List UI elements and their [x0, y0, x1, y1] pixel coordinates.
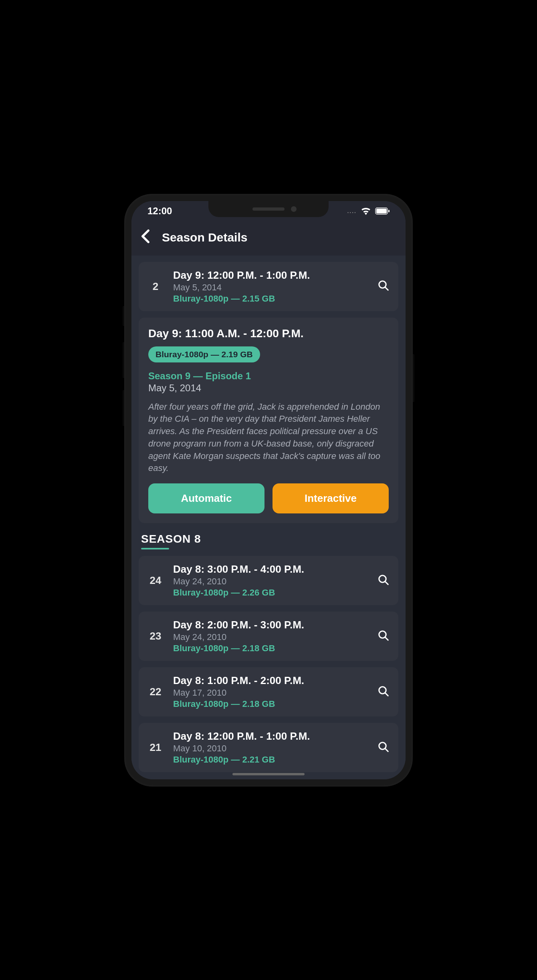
signal-dots-icon: ....: [347, 208, 357, 214]
automatic-button[interactable]: Automatic: [148, 483, 264, 513]
svg-line-8: [385, 637, 388, 640]
season-underline: [141, 548, 169, 549]
episode-quality: Bluray-1080p — 2.26 GB: [173, 588, 368, 598]
episode-row[interactable]: 22 Day 8: 1:00 P.M. - 2:00 P.M. May 17, …: [139, 667, 398, 716]
app-header: Season Details: [131, 221, 406, 256]
notch: [208, 201, 329, 217]
episode-number: 23: [147, 630, 164, 642]
screen: 12:00 .... Season Details 2 Day 9:: [131, 201, 406, 779]
expanded-season-line: Season 9 — Episode 1: [148, 370, 389, 382]
expanded-description: After four years off the grid, Jack is a…: [148, 401, 389, 475]
episode-title: Day 8: 3:00 P.M. - 4:00 P.M.: [173, 563, 368, 576]
episode-number: 2: [147, 280, 164, 293]
episode-expanded: Day 9: 11:00 A.M. - 12:00 P.M. Bluray-10…: [139, 318, 398, 523]
episode-row[interactable]: 23 Day 8: 2:00 P.M. - 3:00 P.M. May 24, …: [139, 612, 398, 661]
svg-rect-2: [388, 210, 390, 212]
quality-badge: Bluray-1080p — 2.19 GB: [148, 346, 260, 362]
interactive-button[interactable]: Interactive: [273, 483, 389, 513]
episode-quality: Bluray-1080p — 2.15 GB: [173, 294, 368, 304]
svg-line-10: [385, 693, 388, 696]
search-icon[interactable]: [378, 280, 390, 293]
episode-quality: Bluray-1080p — 2.18 GB: [173, 699, 368, 709]
expanded-date: May 5, 2014: [148, 382, 389, 394]
search-icon[interactable]: [378, 630, 390, 643]
episode-row[interactable]: 21 Day 8: 12:00 P.M. - 1:00 P.M. May 10,…: [139, 723, 398, 772]
search-icon[interactable]: [378, 574, 390, 588]
expanded-title: Day 9: 11:00 A.M. - 12:00 P.M.: [148, 327, 389, 340]
back-button[interactable]: [141, 229, 150, 246]
episode-date: May 17, 2010: [173, 688, 368, 698]
svg-line-6: [385, 582, 388, 585]
episode-quality: Bluray-1080p — 2.18 GB: [173, 643, 368, 654]
svg-line-12: [385, 749, 388, 752]
episode-quality: Bluray-1080p — 2.21 GB: [173, 755, 368, 765]
wifi-icon: [361, 207, 371, 215]
episode-title: Day 8: 2:00 P.M. - 3:00 P.M.: [173, 619, 368, 631]
battery-icon: [375, 207, 390, 215]
episode-title: Day 9: 12:00 P.M. - 1:00 P.M.: [173, 269, 368, 282]
season-header: SEASON 8: [141, 533, 398, 545]
page-title: Season Details: [162, 231, 247, 244]
episode-number: 22: [147, 686, 164, 698]
episode-date: May 24, 2010: [173, 632, 368, 642]
search-icon[interactable]: [378, 741, 390, 755]
episode-date: May 24, 2010: [173, 576, 368, 587]
episode-date: May 5, 2014: [173, 282, 368, 293]
home-indicator[interactable]: [232, 773, 305, 775]
episode-title: Day 8: 1:00 P.M. - 2:00 P.M.: [173, 674, 368, 687]
episode-row[interactable]: 24 Day 8: 3:00 P.M. - 4:00 P.M. May 24, …: [139, 556, 398, 605]
search-icon[interactable]: [378, 685, 390, 699]
episode-date: May 10, 2010: [173, 743, 368, 754]
phone-frame: 12:00 .... Season Details 2 Day 9:: [124, 194, 413, 787]
svg-rect-1: [376, 209, 387, 213]
content-area: 2 Day 9: 12:00 P.M. - 1:00 P.M. May 5, 2…: [131, 262, 406, 779]
episode-number: 21: [147, 741, 164, 754]
episode-title: Day 8: 12:00 P.M. - 1:00 P.M.: [173, 730, 368, 743]
episode-row[interactable]: 2 Day 9: 12:00 P.M. - 1:00 P.M. May 5, 2…: [139, 262, 398, 311]
svg-line-4: [385, 287, 388, 290]
status-time: 12:00: [147, 205, 172, 217]
episode-number: 24: [147, 574, 164, 587]
